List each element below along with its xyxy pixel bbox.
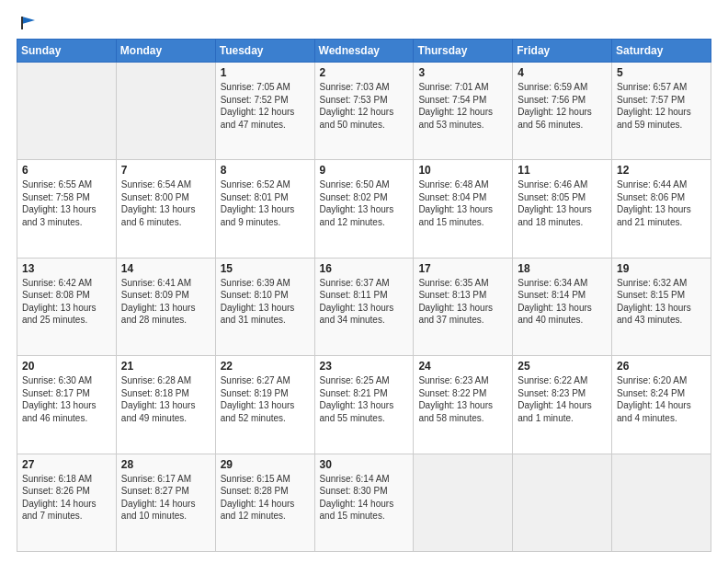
day-info: Sunrise: 6:55 AMSunset: 7:58 PMDaylight:…: [22, 178, 111, 228]
calendar-cell: 15Sunrise: 6:39 AMSunset: 8:10 PMDayligh…: [215, 258, 314, 355]
calendar-cell: 30Sunrise: 6:14 AMSunset: 8:30 PMDayligh…: [314, 454, 414, 551]
day-info: Sunrise: 6:23 AMSunset: 8:22 PMDaylight:…: [418, 374, 507, 424]
day-number: 23: [320, 360, 409, 373]
day-number: 20: [22, 360, 111, 373]
day-info: Sunrise: 6:44 AMSunset: 8:06 PMDaylight:…: [617, 178, 706, 228]
calendar-cell: 23Sunrise: 6:25 AMSunset: 8:21 PMDayligh…: [314, 356, 414, 454]
day-number: 11: [518, 164, 607, 177]
day-number: 24: [418, 360, 507, 373]
calendar-cell: [116, 63, 215, 160]
day-info: Sunrise: 6:34 AMSunset: 8:14 PMDaylight:…: [518, 277, 607, 327]
day-number: 14: [121, 262, 210, 275]
calendar-cell: 22Sunrise: 6:27 AMSunset: 8:19 PMDayligh…: [215, 356, 314, 454]
calendar-cell: 7Sunrise: 6:54 AMSunset: 8:00 PMDaylight…: [116, 160, 215, 258]
day-info: Sunrise: 6:48 AMSunset: 8:04 PMDaylight:…: [418, 178, 507, 228]
day-number: 15: [221, 262, 310, 275]
calendar-cell: 17Sunrise: 6:35 AMSunset: 8:13 PMDayligh…: [414, 258, 513, 355]
calendar-cell: 8Sunrise: 6:52 AMSunset: 8:01 PMDaylight…: [215, 160, 314, 258]
day-number: 30: [320, 458, 409, 471]
weekday-header-saturday: Saturday: [612, 40, 711, 63]
day-number: 8: [221, 164, 310, 177]
header: [17, 15, 711, 29]
weekday-header-sunday: Sunday: [17, 40, 117, 63]
day-info: Sunrise: 7:03 AMSunset: 7:53 PMDaylight:…: [320, 81, 409, 131]
day-info: Sunrise: 6:42 AMSunset: 8:08 PMDaylight:…: [22, 277, 111, 327]
calendar-cell: 24Sunrise: 6:23 AMSunset: 8:22 PMDayligh…: [414, 356, 513, 454]
day-info: Sunrise: 6:25 AMSunset: 8:21 PMDaylight:…: [320, 374, 409, 424]
day-number: 1: [221, 66, 310, 79]
calendar-cell: 12Sunrise: 6:44 AMSunset: 8:06 PMDayligh…: [612, 160, 711, 258]
calendar-cell: 3Sunrise: 7:01 AMSunset: 7:54 PMDaylight…: [414, 63, 513, 160]
day-info: Sunrise: 6:41 AMSunset: 8:09 PMDaylight:…: [121, 277, 210, 327]
day-info: Sunrise: 6:37 AMSunset: 8:11 PMDaylight:…: [320, 277, 409, 327]
day-number: 26: [617, 360, 706, 373]
day-info: Sunrise: 6:28 AMSunset: 8:18 PMDaylight:…: [121, 374, 210, 424]
calendar-cell: 4Sunrise: 6:59 AMSunset: 7:56 PMDaylight…: [513, 63, 612, 160]
day-info: Sunrise: 6:57 AMSunset: 7:57 PMDaylight:…: [617, 81, 706, 131]
calendar-cell: 2Sunrise: 7:03 AMSunset: 7:53 PMDaylight…: [314, 63, 414, 160]
calendar-cell: 25Sunrise: 6:22 AMSunset: 8:23 PMDayligh…: [513, 356, 612, 454]
day-info: Sunrise: 7:05 AMSunset: 7:52 PMDaylight:…: [221, 81, 310, 131]
calendar-cell: 19Sunrise: 6:32 AMSunset: 8:15 PMDayligh…: [612, 258, 711, 355]
calendar-cell: [414, 454, 513, 551]
day-info: Sunrise: 6:22 AMSunset: 8:23 PMDaylight:…: [518, 374, 607, 424]
calendar-cell: 6Sunrise: 6:55 AMSunset: 7:58 PMDaylight…: [17, 160, 117, 258]
day-info: Sunrise: 6:35 AMSunset: 8:13 PMDaylight:…: [418, 277, 507, 327]
weekday-header-tuesday: Tuesday: [215, 40, 314, 63]
day-number: 16: [320, 262, 409, 275]
calendar-cell: 10Sunrise: 6:48 AMSunset: 8:04 PMDayligh…: [414, 160, 513, 258]
day-number: 27: [22, 458, 111, 471]
day-number: 10: [418, 164, 507, 177]
weekday-header-friday: Friday: [513, 40, 612, 63]
day-info: Sunrise: 6:52 AMSunset: 8:01 PMDaylight:…: [221, 178, 310, 228]
day-number: 4: [518, 66, 607, 79]
calendar-week-1: 1Sunrise: 7:05 AMSunset: 7:52 PMDaylight…: [17, 63, 711, 160]
day-number: 3: [418, 66, 507, 79]
day-info: Sunrise: 7:01 AMSunset: 7:54 PMDaylight:…: [418, 81, 507, 131]
day-number: 18: [518, 262, 607, 275]
calendar-cell: 13Sunrise: 6:42 AMSunset: 8:08 PMDayligh…: [17, 258, 117, 355]
day-number: 25: [518, 360, 607, 373]
calendar-cell: [17, 63, 117, 160]
calendar-cell: [612, 454, 711, 551]
page: SundayMondayTuesdayWednesdayThursdayFrid…: [0, 0, 728, 563]
calendar-week-4: 20Sunrise: 6:30 AMSunset: 8:17 PMDayligh…: [17, 356, 711, 454]
weekday-header-wednesday: Wednesday: [314, 40, 414, 63]
day-number: 22: [221, 360, 310, 373]
day-info: Sunrise: 6:46 AMSunset: 8:05 PMDaylight:…: [518, 178, 607, 228]
day-info: Sunrise: 6:30 AMSunset: 8:17 PMDaylight:…: [22, 374, 111, 424]
calendar-week-3: 13Sunrise: 6:42 AMSunset: 8:08 PMDayligh…: [17, 258, 711, 355]
day-info: Sunrise: 6:59 AMSunset: 7:56 PMDaylight:…: [518, 81, 607, 131]
day-number: 13: [22, 262, 111, 275]
day-info: Sunrise: 6:17 AMSunset: 8:27 PMDaylight:…: [121, 473, 210, 523]
calendar-cell: 18Sunrise: 6:34 AMSunset: 8:14 PMDayligh…: [513, 258, 612, 355]
day-number: 21: [121, 360, 210, 373]
day-number: 19: [617, 262, 706, 275]
calendar-cell: 26Sunrise: 6:20 AMSunset: 8:24 PMDayligh…: [612, 356, 711, 454]
day-number: 5: [617, 66, 706, 79]
day-number: 29: [221, 458, 310, 471]
calendar-cell: 14Sunrise: 6:41 AMSunset: 8:09 PMDayligh…: [116, 258, 215, 355]
day-number: 9: [320, 164, 409, 177]
svg-rect-1: [21, 17, 23, 29]
day-number: 6: [22, 164, 111, 177]
calendar-week-2: 6Sunrise: 6:55 AMSunset: 7:58 PMDaylight…: [17, 160, 711, 258]
logo: [17, 15, 39, 29]
calendar-cell: 20Sunrise: 6:30 AMSunset: 8:17 PMDayligh…: [17, 356, 117, 454]
day-number: 2: [320, 66, 409, 79]
calendar-cell: 1Sunrise: 7:05 AMSunset: 7:52 PMDaylight…: [215, 63, 314, 160]
day-info: Sunrise: 6:32 AMSunset: 8:15 PMDaylight:…: [617, 277, 706, 327]
calendar-cell: 5Sunrise: 6:57 AMSunset: 7:57 PMDaylight…: [612, 63, 711, 160]
weekday-header-monday: Monday: [116, 40, 215, 63]
day-info: Sunrise: 6:18 AMSunset: 8:26 PMDaylight:…: [22, 473, 111, 523]
day-info: Sunrise: 6:54 AMSunset: 8:00 PMDaylight:…: [121, 178, 210, 228]
day-info: Sunrise: 6:15 AMSunset: 8:28 PMDaylight:…: [221, 473, 310, 523]
calendar-cell: [513, 454, 612, 551]
calendar-cell: 11Sunrise: 6:46 AMSunset: 8:05 PMDayligh…: [513, 160, 612, 258]
calendar-cell: 27Sunrise: 6:18 AMSunset: 8:26 PMDayligh…: [17, 454, 117, 551]
calendar-cell: 28Sunrise: 6:17 AMSunset: 8:27 PMDayligh…: [116, 454, 215, 551]
weekday-header-row: SundayMondayTuesdayWednesdayThursdayFrid…: [17, 40, 711, 63]
calendar-table: SundayMondayTuesdayWednesdayThursdayFrid…: [17, 39, 711, 552]
calendar-cell: 16Sunrise: 6:37 AMSunset: 8:11 PMDayligh…: [314, 258, 414, 355]
weekday-header-thursday: Thursday: [414, 40, 513, 63]
